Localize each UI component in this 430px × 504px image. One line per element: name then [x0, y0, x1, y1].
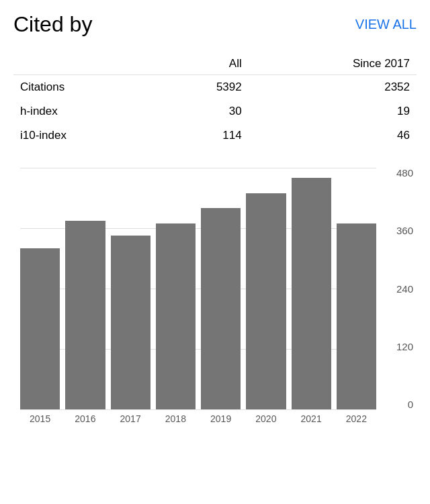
row-all: 5392	[156, 75, 249, 100]
row-since: 19	[249, 99, 417, 123]
row-label: i10-index	[13, 123, 156, 148]
bar-group[interactable]	[111, 236, 150, 409]
y-axis-label: 480	[396, 168, 413, 178]
bar	[156, 223, 196, 410]
bar-group[interactable]	[246, 193, 286, 410]
y-axis-label: 360	[396, 225, 413, 236]
bar	[111, 236, 150, 409]
bar-group[interactable]	[337, 223, 376, 410]
header: Cited by VIEW ALL	[13, 12, 417, 37]
bar-group[interactable]	[20, 248, 60, 409]
bar	[65, 221, 105, 409]
bar	[246, 193, 286, 410]
chart-area: 4803602401200	[20, 168, 376, 409]
y-axis-label: 0	[396, 399, 413, 409]
row-all: 114	[156, 123, 249, 148]
table-row: Citations 5392 2352	[13, 75, 417, 100]
y-axis-label: 120	[396, 342, 413, 352]
row-since: 46	[249, 123, 417, 148]
x-axis-label: 2018	[156, 413, 196, 424]
view-all-link[interactable]: VIEW ALL	[355, 17, 417, 32]
bar	[292, 178, 331, 409]
row-label: Citations	[13, 75, 156, 100]
table-row: h-index 30 19	[13, 99, 417, 123]
x-axis-label: 2015	[20, 413, 60, 424]
x-labels: 20152016201720182019202020212022	[20, 413, 376, 424]
chart-container: 4803602401200 20152016201720182019202020…	[13, 168, 417, 424]
row-all: 30	[156, 99, 249, 123]
col-since-header: Since 2017	[249, 53, 417, 75]
bar-group[interactable]	[156, 223, 196, 410]
bar-group[interactable]	[201, 208, 241, 409]
col-label-header	[13, 53, 156, 75]
bar-group[interactable]	[65, 221, 105, 409]
stats-table: All Since 2017 Citations 5392 2352 h-ind…	[13, 53, 417, 148]
bar	[201, 208, 241, 409]
table-row: i10-index 114 46	[13, 123, 417, 148]
bar	[20, 248, 60, 409]
bar	[337, 223, 376, 410]
page-title: Cited by	[13, 12, 92, 37]
bars-wrapper	[20, 168, 376, 409]
row-since: 2352	[249, 75, 417, 100]
bar-group[interactable]	[292, 178, 331, 409]
x-axis-label: 2020	[246, 413, 286, 424]
y-axis-labels: 4803602401200	[396, 168, 413, 409]
grid-line	[20, 409, 376, 410]
row-label: h-index	[13, 99, 156, 123]
main-container: Cited by VIEW ALL All Since 2017 Citatio…	[0, 0, 430, 438]
x-axis-label: 2022	[337, 413, 376, 424]
x-axis-label: 2016	[65, 413, 105, 424]
x-axis-label: 2019	[201, 413, 241, 424]
col-all-header: All	[156, 53, 249, 75]
x-axis-label: 2021	[292, 413, 331, 424]
y-axis-label: 240	[396, 284, 413, 294]
x-axis-label: 2017	[111, 413, 150, 424]
